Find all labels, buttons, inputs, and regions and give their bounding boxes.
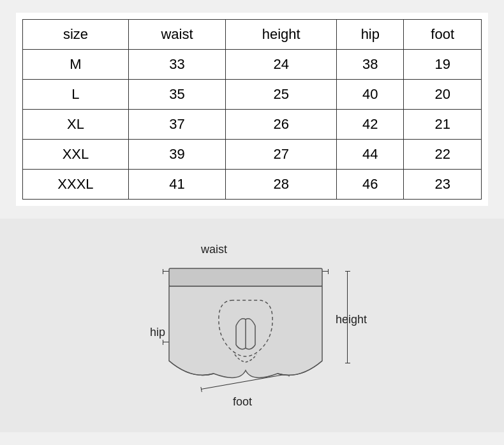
cell-foot: 23 [404,170,482,200]
cell-height: 26 [226,110,337,140]
cell-hip: 38 [337,50,404,80]
diagram-container: waist hip height foot [0,219,504,432]
hip-label: hip [150,326,165,339]
cell-foot: 19 [404,50,482,80]
table-row: XXL39274422 [23,140,482,170]
cell-size: XL [23,110,129,140]
height-label: height [336,313,367,326]
svg-rect-0 [169,268,322,286]
table-row: XL37264221 [23,110,482,140]
col-header-size: size [23,20,129,50]
cell-height: 25 [226,80,337,110]
cell-waist: 33 [128,50,225,80]
table-row: L35254020 [23,80,482,110]
cell-hip: 44 [337,140,404,170]
table-header-row: size waist height hip foot [23,20,482,50]
cell-height: 24 [226,50,337,80]
cell-size: XXXL [23,170,129,200]
cell-waist: 35 [128,80,225,110]
cell-hip: 40 [337,80,404,110]
underwear-diagram-svg [163,262,329,383]
cell-foot: 21 [404,110,482,140]
cell-waist: 41 [128,170,225,200]
cell-size: XXL [23,140,129,170]
table-row: XXXL41284623 [23,170,482,200]
cell-waist: 37 [128,110,225,140]
cell-size: M [23,50,129,80]
cell-hip: 42 [337,110,404,140]
cell-height: 28 [226,170,337,200]
cell-height: 27 [226,140,337,170]
col-header-foot: foot [404,20,482,50]
waist-label: waist [201,243,227,256]
col-header-hip: hip [337,20,404,50]
col-header-height: height [226,20,337,50]
diagram-inner: waist hip height foot [144,243,360,409]
foot-label: foot [233,395,252,409]
cell-waist: 39 [128,140,225,170]
size-table: size waist height hip foot M33243819L352… [22,19,482,200]
size-table-container: size waist height hip foot M33243819L352… [16,13,488,206]
table-row: M33243819 [23,50,482,80]
col-header-waist: waist [128,20,225,50]
cell-foot: 20 [404,80,482,110]
cell-hip: 46 [337,170,404,200]
cell-foot: 22 [404,140,482,170]
cell-size: L [23,80,129,110]
